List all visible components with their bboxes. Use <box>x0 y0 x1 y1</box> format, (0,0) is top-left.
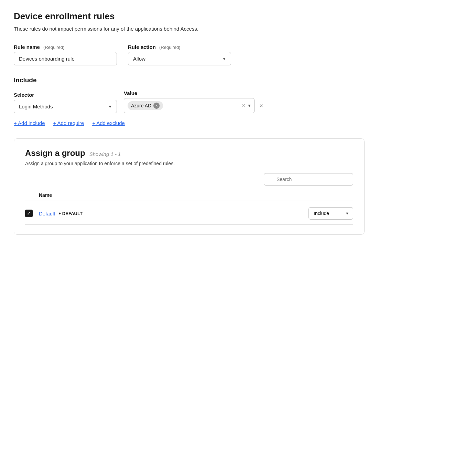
rule-name-group: Rule name (Required) <box>14 44 117 65</box>
assign-group-card: Assign a group Showing 1 - 1 Assign a gr… <box>14 138 365 235</box>
row-remove-button[interactable]: × <box>258 101 264 110</box>
selector-col: Selector Login Methods Emails IP Ranges … <box>14 92 117 113</box>
azure-ad-tag: Azure AD × <box>128 101 163 110</box>
default-group-link[interactable]: Default <box>39 211 55 216</box>
table-header-name: Name <box>39 192 353 198</box>
selector-row: Selector Login Methods Emails IP Ranges … <box>14 90 365 113</box>
checkbox-checked[interactable]: ✓ <box>25 210 33 217</box>
rule-action-label: Rule action (Required) <box>128 44 231 50</box>
multi-select-actions: × ▼ <box>242 103 251 108</box>
add-links-row: + Add include + Add require + Add exclud… <box>14 120 365 126</box>
table-row: ✓ Default • DEFAULT Include Exclude Requ… <box>25 202 353 225</box>
page-subtitle: These rules do not impact permissions fo… <box>14 26 365 32</box>
assign-group-showing: Showing 1 - 1 <box>89 151 121 157</box>
include-section-title: Include <box>14 76 365 84</box>
dot-icon: • <box>59 210 61 216</box>
rule-action-select-wrapper: Allow Block Bypass Service Auth ▼ <box>128 52 231 65</box>
selector-label: Selector <box>14 92 117 98</box>
assign-group-subtitle: Assign a group to your application to en… <box>25 161 353 166</box>
page-title: Device enrollment rules <box>14 11 365 22</box>
selector-select-wrapper: Login Methods Emails IP Ranges Country ▼ <box>14 100 117 113</box>
rule-name-input[interactable] <box>14 52 117 65</box>
search-bar-row <box>25 173 353 186</box>
include-section: Include Selector Login Methods Emails IP… <box>14 76 365 126</box>
clear-values-button[interactable]: × <box>242 103 245 108</box>
add-include-button[interactable]: + Add include <box>14 120 45 126</box>
value-multi-select[interactable]: Azure AD × × ▼ <box>124 98 255 113</box>
default-badge: • DEFAULT <box>59 210 83 216</box>
assign-group-title: Assign a group <box>25 148 85 158</box>
include-action-select[interactable]: Include Exclude Require <box>309 207 353 220</box>
table-cell-checkbox[interactable]: ✓ <box>25 210 39 217</box>
tag-label: Azure AD <box>131 103 151 108</box>
rule-action-group: Rule action (Required) Allow Block Bypas… <box>128 44 231 65</box>
checkmark-icon: ✓ <box>27 211 31 216</box>
assign-group-header: Assign a group Showing 1 - 1 <box>25 148 353 158</box>
table-header-row: Name <box>25 192 353 201</box>
add-exclude-button[interactable]: + Add exclude <box>92 120 125 126</box>
value-label: Value <box>124 90 264 96</box>
table-cell-action: Include Exclude Require ▼ <box>291 207 353 220</box>
rule-action-select[interactable]: Allow Block Bypass Service Auth <box>128 52 231 65</box>
include-select-wrapper: Include Exclude Require ▼ <box>309 207 353 220</box>
search-wrapper <box>264 173 353 186</box>
table-cell-name: Default • DEFAULT <box>39 210 291 216</box>
add-require-button[interactable]: + Add require <box>53 120 84 126</box>
default-badge-label: DEFAULT <box>62 211 83 216</box>
selector-select[interactable]: Login Methods Emails IP Ranges Country <box>14 100 117 113</box>
rule-name-label: Rule name (Required) <box>14 44 117 50</box>
value-wrapper: Azure AD × × ▼ × <box>124 98 264 113</box>
value-dropdown-button[interactable]: ▼ <box>247 104 251 108</box>
value-col: Value Azure AD × × ▼ × <box>124 90 264 113</box>
tag-remove-button[interactable]: × <box>153 103 160 109</box>
search-input[interactable] <box>264 173 353 186</box>
rule-form-row: Rule name (Required) Rule action (Requir… <box>14 44 365 65</box>
